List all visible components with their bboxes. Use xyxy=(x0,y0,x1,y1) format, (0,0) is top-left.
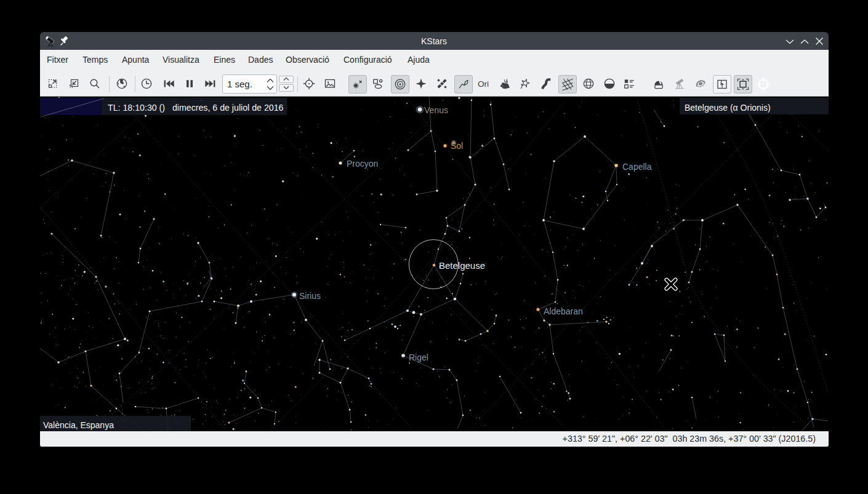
svg-text:Ori: Ori xyxy=(478,79,489,89)
